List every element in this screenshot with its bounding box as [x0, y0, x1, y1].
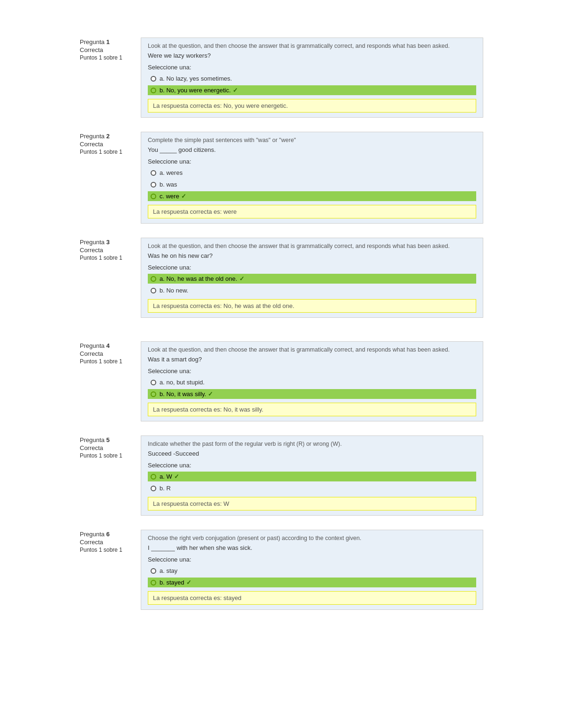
- radio-4-1: [151, 391, 156, 397]
- question-points-3: Puntos 1 sobre 1: [80, 255, 136, 261]
- question-instruction-4: Look at the question, and then choose th…: [148, 346, 476, 353]
- question-meta-3: Pregunta 3CorrectaPuntos 1 sobre 1: [80, 238, 141, 318]
- question-points-2: Puntos 1 sobre 1: [80, 149, 136, 155]
- correct-answer-box-2: La respuesta correcta es: were: [148, 205, 476, 218]
- question-text-6: I _______ with her when she was sick.: [148, 544, 476, 551]
- radio-4-0: [151, 380, 156, 385]
- option-5-1[interactable]: b. R: [148, 483, 476, 493]
- option-4-1[interactable]: b. No, it was silly. ✓: [148, 389, 476, 399]
- option-label-3-0: a. No, he was at the old one.: [160, 275, 237, 282]
- question-instruction-5: Indicate whether the past form of the re…: [148, 441, 476, 447]
- option-1-0[interactable]: a. No lazy, yes sometimes.: [148, 74, 476, 83]
- radio-3-1: [151, 288, 156, 293]
- question-content-5: Indicate whether the past form of the re…: [141, 435, 483, 516]
- question-number-4: Pregunta 4: [80, 342, 136, 349]
- question-text-2: You _____ good citizens.: [148, 146, 476, 153]
- question-points-5: Puntos 1 sobre 1: [80, 452, 136, 459]
- question-number-6: Pregunta 6: [80, 531, 136, 538]
- correct-answer-box-6: La respuesta correcta es: stayed: [148, 591, 476, 605]
- question-number-1: Pregunta 1: [80, 38, 136, 45]
- radio-2-2: [151, 194, 156, 199]
- option-6-1[interactable]: b. stayed ✓: [148, 578, 476, 587]
- question-content-6: Choose the right verb conjugation (prese…: [141, 530, 483, 610]
- option-label-2-2: c. were: [160, 193, 179, 200]
- question-text-3: Was he on his new car?: [148, 252, 476, 259]
- question-status-3: Correcta: [80, 247, 136, 254]
- seleccione-label-2: Seleccione una:: [148, 158, 476, 165]
- question-number-3: Pregunta 3: [80, 239, 136, 246]
- question-points-6: Puntos 1 sobre 1: [80, 547, 136, 553]
- question-points-1: Puntos 1 sobre 1: [80, 54, 136, 61]
- checkmark-6-1: ✓: [186, 579, 191, 586]
- question-meta-5: Pregunta 5CorrectaPuntos 1 sobre 1: [80, 435, 141, 516]
- checkmark-4-1: ✓: [208, 390, 213, 398]
- option-label-5-1: b. R: [160, 485, 171, 492]
- question-block-3: Pregunta 3CorrectaPuntos 1 sobre 1Look a…: [80, 238, 483, 318]
- option-1-1[interactable]: b. No, you were energetic. ✓: [148, 85, 476, 95]
- question-instruction-1: Look at the question, and then choose th…: [148, 43, 476, 49]
- option-label-1-1: b. No, you were energetic.: [160, 87, 231, 94]
- correct-answer-box-5: La respuesta correcta es: W: [148, 497, 476, 510]
- seleccione-label-4: Seleccione una:: [148, 368, 476, 375]
- questions-list: Pregunta 1CorrectaPuntos 1 sobre 1Look a…: [80, 38, 483, 610]
- radio-2-0: [151, 170, 156, 176]
- option-3-0[interactable]: a. No, he was at the old one. ✓: [148, 274, 476, 284]
- option-label-4-1: b. No, it was silly.: [160, 390, 206, 398]
- radio-1-1: [151, 88, 156, 93]
- radio-5-0: [151, 474, 156, 480]
- option-2-2[interactable]: c. were ✓: [148, 191, 476, 201]
- question-content-3: Look at the question, and then choose th…: [141, 238, 483, 318]
- question-instruction-3: Look at the question, and then choose th…: [148, 243, 476, 249]
- option-4-0[interactable]: a. no, but stupid.: [148, 377, 476, 387]
- correct-answer-box-4: La respuesta correcta es: No, it was sil…: [148, 403, 476, 416]
- question-content-2: Complete the simple past sentences with …: [141, 132, 483, 224]
- question-points-4: Puntos 1 sobre 1: [80, 358, 136, 365]
- option-label-2-1: b. was: [160, 181, 177, 188]
- radio-6-0: [151, 568, 156, 574]
- question-status-4: Correcta: [80, 350, 136, 357]
- question-instruction-2: Complete the simple past sentences with …: [148, 137, 476, 143]
- option-2-0[interactable]: a. weres: [148, 168, 476, 178]
- question-number-2: Pregunta 2: [80, 133, 136, 140]
- radio-1-0: [151, 76, 156, 82]
- option-label-1-0: a. No lazy, yes sometimes.: [160, 75, 232, 82]
- question-content-4: Look at the question, and then choose th…: [141, 341, 483, 421]
- option-label-3-1: b. No new.: [160, 287, 188, 294]
- radio-6-1: [151, 580, 156, 585]
- question-status-2: Correcta: [80, 141, 136, 148]
- radio-5-1: [151, 486, 156, 491]
- question-block-4: Pregunta 4CorrectaPuntos 1 sobre 1Look a…: [80, 341, 483, 421]
- checkmark-5-0: ✓: [174, 473, 179, 480]
- radio-3-0: [151, 276, 156, 282]
- question-text-5: Succeed -Succeed: [148, 450, 476, 457]
- checkmark-3-0: ✓: [239, 275, 244, 282]
- seleccione-label-5: Seleccione una:: [148, 462, 476, 469]
- option-label-6-0: a. stay: [160, 567, 177, 574]
- question-meta-1: Pregunta 1CorrectaPuntos 1 sobre 1: [80, 38, 141, 118]
- question-meta-6: Pregunta 6CorrectaPuntos 1 sobre 1: [80, 530, 141, 610]
- option-label-4-0: a. no, but stupid.: [160, 379, 205, 386]
- question-block-1: Pregunta 1CorrectaPuntos 1 sobre 1Look a…: [80, 38, 483, 118]
- question-number-5: Pregunta 5: [80, 436, 136, 443]
- seleccione-label-6: Seleccione una:: [148, 556, 476, 563]
- question-meta-4: Pregunta 4CorrectaPuntos 1 sobre 1: [80, 341, 141, 421]
- option-6-0[interactable]: a. stay: [148, 566, 476, 576]
- option-3-1[interactable]: b. No new.: [148, 285, 476, 295]
- question-text-1: Were we lazy workers?: [148, 52, 476, 59]
- option-5-0[interactable]: a. W ✓: [148, 472, 476, 481]
- question-status-5: Correcta: [80, 444, 136, 451]
- checkmark-1-1: ✓: [233, 87, 238, 94]
- checkmark-2-2: ✓: [181, 193, 186, 200]
- radio-2-1: [151, 182, 156, 188]
- option-label-2-0: a. weres: [160, 169, 183, 176]
- question-block-6: Pregunta 6CorrectaPuntos 1 sobre 1Choose…: [80, 530, 483, 610]
- question-status-1: Correcta: [80, 46, 136, 53]
- page-container: Pregunta 1CorrectaPuntos 1 sobre 1Look a…: [70, 38, 493, 610]
- question-block-2: Pregunta 2CorrectaPuntos 1 sobre 1Comple…: [80, 132, 483, 224]
- question-block-5: Pregunta 5CorrectaPuntos 1 sobre 1Indica…: [80, 435, 483, 516]
- option-2-1[interactable]: b. was: [148, 180, 476, 189]
- seleccione-label-1: Seleccione una:: [148, 64, 476, 71]
- question-meta-2: Pregunta 2CorrectaPuntos 1 sobre 1: [80, 132, 141, 224]
- seleccione-label-3: Seleccione una:: [148, 264, 476, 271]
- correct-answer-box-3: La respuesta correcta es: No, he was at …: [148, 299, 476, 313]
